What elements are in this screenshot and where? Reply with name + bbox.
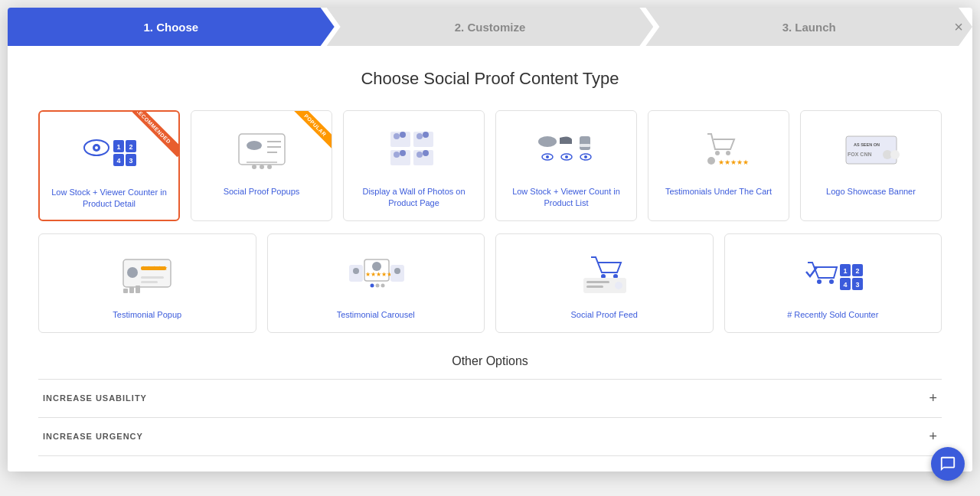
- svg-point-41: [584, 155, 587, 158]
- card-image-testimonial-popup: ★★★★★: [45, 242, 250, 303]
- card-image-recently-sold: 1 2 4 3: [731, 242, 936, 303]
- card-label-testimonials-cart: Testimonials Under The Cart: [665, 186, 772, 197]
- card-label-popups: Social Proof Popups: [224, 186, 300, 197]
- chat-button[interactable]: [931, 447, 965, 481]
- svg-rect-73: [586, 281, 609, 283]
- svg-rect-74: [586, 286, 603, 288]
- svg-point-26: [423, 132, 429, 138]
- svg-point-2: [95, 146, 98, 149]
- step-2-label: 2. Customize: [455, 21, 526, 34]
- card-label-wall-photos: Display a Wall of Photos on Product Page: [350, 186, 478, 210]
- svg-rect-11: [239, 134, 285, 165]
- svg-point-31: [416, 152, 423, 158]
- svg-point-25: [416, 133, 423, 139]
- popular-badge-label: POPULAR: [291, 111, 332, 150]
- page-title: Choose Social Proof Content Type: [38, 69, 942, 89]
- svg-point-52: [127, 267, 138, 278]
- card-testimonial-carousel[interactable]: ★★★★★ Testimonial Carousel: [267, 233, 485, 333]
- popular-badge: POPULAR: [286, 111, 332, 157]
- svg-rect-58: [129, 287, 134, 293]
- svg-text:★★★★★: ★★★★★: [718, 158, 749, 166]
- svg-point-19: [260, 165, 264, 169]
- card-label-social-proof-feed: Social Proof Feed: [571, 309, 638, 321]
- close-button[interactable]: ×: [954, 19, 963, 34]
- svg-point-37: [546, 155, 549, 158]
- accordion-increase-urgency[interactable]: INCREASE URGENCY +: [38, 417, 942, 456]
- svg-point-61: [353, 268, 359, 274]
- svg-point-77: [829, 279, 834, 284]
- svg-text:3: 3: [855, 281, 859, 289]
- svg-point-23: [400, 132, 406, 138]
- svg-text:1: 1: [843, 267, 847, 275]
- svg-point-29: [400, 150, 406, 156]
- svg-text:4: 4: [843, 281, 847, 289]
- accordion-usability-icon: +: [929, 390, 937, 406]
- accordion-urgency-label: INCREASE URGENCY: [43, 432, 143, 441]
- card-label-testimonial-popup: Testimonial Popup: [113, 309, 181, 321]
- cards-row-1: RECOMMENDED 1 2 4: [38, 110, 942, 221]
- modal-body: Choose Social Proof Content Type RECOMME…: [8, 46, 972, 472]
- card-social-proof-feed[interactable]: Social Proof Feed: [495, 233, 714, 333]
- card-label-low-stock: Low Stock + Viewer Counter in Product De…: [46, 187, 172, 210]
- card-social-proof-popups[interactable]: POPULAR: [191, 110, 332, 221]
- svg-rect-59: [136, 286, 140, 293]
- svg-point-44: [707, 157, 715, 165]
- svg-rect-35: [580, 144, 590, 147]
- card-label-low-stock-list: Low Stock + Viewer Count in Product List: [502, 186, 630, 210]
- card-recently-sold[interactable]: 1 2 4 3 # Recently Sold Counter: [724, 233, 942, 333]
- wizard-step-1[interactable]: 1. Choose: [8, 8, 335, 46]
- card-wall-photos[interactable]: Display a Wall of Photos on Product Page: [343, 110, 485, 221]
- card-testimonials-cart[interactable]: ★★★★★ Testimonials Under The Cart: [648, 110, 789, 221]
- card-label-logo-showcase: Logo Showcase Banner: [826, 186, 916, 197]
- card-low-stock-list[interactable]: Low Stock + Viewer Count in Product List: [495, 110, 637, 221]
- card-image-social-proof-feed: [502, 242, 707, 303]
- svg-rect-46: [846, 136, 897, 164]
- svg-point-63: [372, 262, 381, 271]
- svg-point-42: [715, 151, 720, 155]
- svg-point-39: [565, 155, 568, 158]
- svg-text:FOX CNN: FOX CNN: [848, 152, 872, 157]
- svg-rect-56: [141, 281, 158, 283]
- svg-text:1: 1: [116, 143, 120, 151]
- accordion-increase-usability[interactable]: INCREASE USABILITY +: [38, 379, 942, 417]
- accordion-urgency-icon: +: [929, 429, 937, 445]
- step-3-label: 3. Launch: [782, 21, 836, 34]
- card-testimonial-popup[interactable]: ★★★★★ Testimonial Popup: [38, 233, 256, 333]
- card-image-testimonial-carousel: ★★★★★: [274, 242, 479, 303]
- svg-point-66: [394, 268, 400, 274]
- svg-point-20: [267, 165, 272, 169]
- svg-point-28: [394, 152, 400, 158]
- card-label-testimonial-carousel: Testimonial Carousel: [337, 309, 415, 321]
- card-image-wall-photos: [350, 119, 478, 180]
- svg-text:AS SEEN ON: AS SEEN ON: [854, 142, 880, 147]
- wizard-step-2[interactable]: 2. Customize: [327, 8, 654, 46]
- card-image-logo-showcase: AS SEEN ON FOX CNN: [807, 119, 935, 180]
- svg-point-32: [423, 150, 429, 156]
- svg-point-50: [890, 150, 900, 159]
- svg-point-67: [370, 283, 374, 287]
- wizard-header: 1. Choose 2. Customize 3. Launch ×: [8, 8, 972, 46]
- svg-rect-13: [247, 144, 261, 148]
- svg-rect-34: [580, 136, 590, 150]
- svg-point-18: [252, 165, 256, 169]
- card-logo-showcase[interactable]: AS SEEN ON FOX CNN Logo Showcase Banner: [800, 110, 942, 221]
- svg-rect-55: [141, 276, 164, 279]
- svg-text:★★★★★: ★★★★★: [141, 265, 168, 272]
- recommended-badge: RECOMMENDED: [132, 112, 178, 158]
- card-image-low-stock-list: [502, 119, 630, 180]
- modal-container: 1. Choose 2. Customize 3. Launch × Choos…: [8, 8, 972, 472]
- svg-text:4: 4: [116, 157, 120, 165]
- svg-text:★★★★★: ★★★★★: [365, 271, 392, 278]
- card-image-testimonials-cart: ★★★★★: [655, 119, 782, 180]
- svg-text:3: 3: [129, 157, 132, 165]
- badge-label: RECOMMENDED: [132, 112, 178, 157]
- card-low-stock-viewer[interactable]: RECOMMENDED 1 2 4: [38, 110, 180, 221]
- svg-point-76: [817, 279, 822, 284]
- step-1-label: 1. Choose: [143, 21, 198, 34]
- other-options-title: Other Options: [38, 354, 942, 368]
- svg-point-68: [375, 283, 379, 287]
- wizard-step-3[interactable]: 3. Launch: [645, 8, 972, 46]
- svg-point-22: [394, 133, 400, 139]
- accordion-usability-label: INCREASE USABILITY: [43, 393, 147, 403]
- other-options-section: Other Options INCREASE USABILITY + INCRE…: [38, 354, 942, 456]
